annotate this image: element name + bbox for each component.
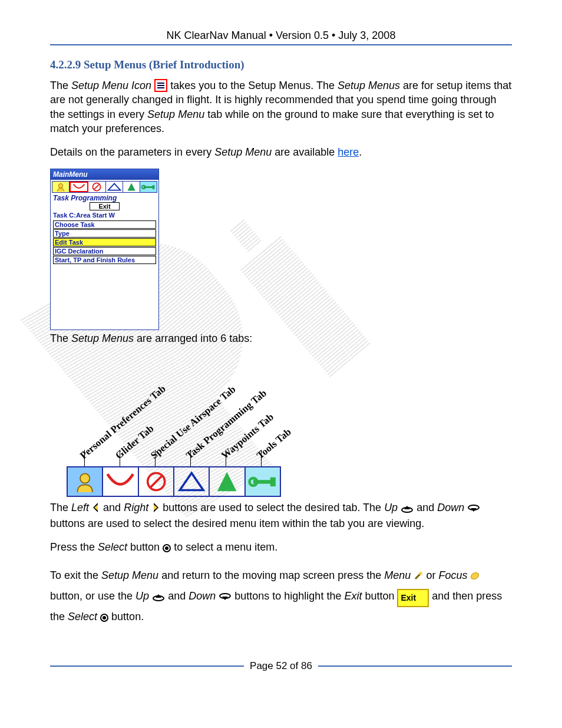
exit-paragraph: To exit the Setup Menu and return to the… [50, 566, 512, 628]
tab-airspace-icon[interactable] [88, 182, 105, 192]
text-italic: Select [68, 611, 97, 622]
setup-menu-icon [154, 79, 167, 92]
menu-item[interactable]: Edit Task [53, 238, 156, 246]
up-button-icon-2 [152, 588, 165, 607]
focus-button-icon [470, 568, 480, 587]
text: are arranged into 6 tabs: [134, 332, 252, 344]
intro-paragraph-2: Details on the parameters in every Setup… [50, 145, 512, 159]
after-panel-line: The Setup Menus are arranged into 6 tabs… [50, 331, 512, 345]
svg-line-2 [94, 185, 100, 190]
here-link[interactable]: here [338, 146, 359, 158]
menu-task-line: Task C:Area Start W [51, 212, 158, 220]
menu-item[interactable]: Type [53, 229, 156, 238]
text: are available [272, 146, 338, 158]
text: The [50, 80, 71, 91]
menu-exit-row: Exit [51, 202, 158, 212]
text: buttons to highlight the [234, 590, 344, 602]
text: The [50, 332, 71, 344]
text: To exit the [50, 569, 101, 581]
tab-glider-icon[interactable] [70, 182, 88, 192]
bigtab-personal[interactable] [68, 467, 103, 496]
svg-rect-5 [153, 186, 155, 190]
svg-rect-11 [270, 477, 275, 486]
svg-point-21 [103, 616, 106, 620]
up-button-icon [401, 502, 414, 516]
tab-personal-icon[interactable] [52, 182, 70, 192]
text: and return to the moving map screen pres… [158, 569, 384, 581]
text: and [416, 502, 437, 513]
select-paragraph: Press the Select button to select a menu… [50, 540, 512, 556]
big-tabstrip [67, 466, 281, 497]
text: to select a menu item. [174, 541, 277, 553]
text-italic: Left [71, 502, 89, 513]
text-italic: Focus [438, 569, 467, 581]
text-italic: Down [189, 590, 216, 602]
mainmenu-titlebar: MainMenu [51, 169, 158, 180]
svg-point-0 [58, 184, 63, 189]
menu-exit-button[interactable]: Exit [90, 202, 119, 210]
select-button-icon [163, 542, 171, 556]
right-button-icon [151, 502, 160, 516]
svg-point-4 [142, 186, 146, 189]
footer-rule-right [318, 666, 512, 667]
tabstrip-diagram: Personal Preferences TabGlider TabSpecia… [67, 355, 285, 497]
bigtab-glider[interactable] [103, 467, 138, 496]
text-italic: Right [124, 502, 148, 513]
menu-item[interactable]: Start, TP and Finish Rules [53, 256, 156, 264]
select-button-icon-2 [100, 609, 108, 628]
text-italic: Setup Menu [101, 569, 158, 581]
tab-waypoints-icon[interactable] [123, 182, 140, 192]
bigtab-task[interactable] [174, 467, 210, 496]
exit-inline-button[interactable]: Exit [397, 589, 429, 607]
text-italic: Setup Menu Icon [71, 80, 151, 91]
down-button-icon-2 [219, 588, 232, 607]
bigtab-airspace[interactable] [139, 467, 174, 496]
text: and [103, 502, 124, 513]
page-footer: Page 52 of 86 [50, 660, 512, 672]
bigtab-waypoints[interactable] [210, 467, 245, 496]
text: button. [111, 611, 144, 622]
left-button-icon [92, 502, 100, 516]
text-italic: Setup Menu [147, 108, 204, 120]
text-italic: Setup Menus [338, 80, 400, 91]
nav-paragraph: The Left and Right buttons are used to s… [50, 500, 512, 531]
text-italic: Exit [344, 590, 362, 602]
bigtab-tools[interactable] [246, 467, 280, 496]
footer-page-number: Page 52 of 86 [250, 660, 312, 672]
intro-paragraph-1: The Setup Menu Icon takes you to the Set… [50, 78, 512, 136]
text: and [168, 590, 189, 602]
text: buttons are used to select the desired t… [163, 502, 384, 513]
text: button, or use the [50, 590, 135, 602]
tab-task-icon[interactable] [106, 182, 123, 192]
text-italic: Setup Menus [71, 332, 134, 344]
tab-tools-icon[interactable] [140, 182, 157, 192]
text-italic: Menu [384, 569, 411, 581]
menu-button-icon [414, 568, 423, 587]
text: Press the [50, 541, 98, 553]
footer-rule-left [50, 666, 244, 667]
text: The [50, 502, 71, 513]
text-italic: Down [437, 502, 464, 513]
header-rule [50, 44, 512, 45]
text-italic: Select [98, 541, 127, 553]
text: Details on the parameters in every [50, 146, 214, 158]
menu-item[interactable]: Choose Task [53, 220, 156, 229]
mainmenu-tabstrip [52, 181, 157, 193]
svg-point-17 [470, 571, 480, 581]
down-button-icon [467, 502, 480, 516]
svg-point-6 [80, 473, 90, 483]
text-italic: Up [135, 590, 149, 602]
text: button [127, 541, 163, 553]
svg-point-15 [165, 546, 168, 550]
menu-items-list: Choose TaskTypeEdit TaskIGC DeclarationS… [51, 220, 158, 264]
svg-line-8 [150, 475, 163, 488]
menu-section-title: Task Programming [51, 194, 158, 202]
text: button [362, 590, 397, 602]
text-italic: Up [384, 502, 398, 513]
page-header: NK ClearNav Manual • Version 0.5 • July … [50, 29, 512, 42]
text: or [426, 569, 438, 581]
text: . [359, 146, 362, 158]
text: takes you to the Setup Menus. The [170, 80, 338, 91]
menu-item[interactable]: IGC Declaration [53, 247, 156, 255]
section-heading: 4.2.2.9 Setup Menus (Brief Introduction) [50, 58, 512, 71]
